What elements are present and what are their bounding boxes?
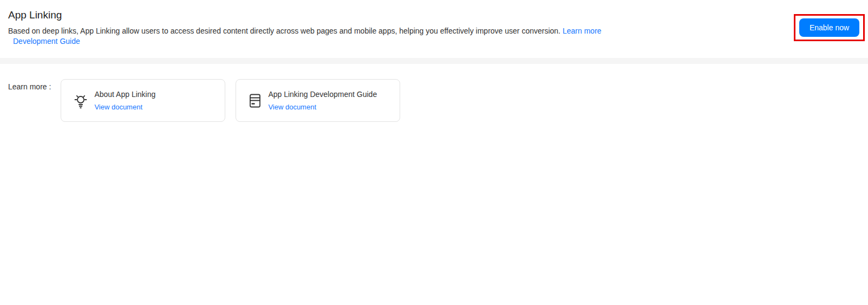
page-description: Based on deep links, App Linking allow u…: [8, 26, 860, 36]
card-body: App Linking Development Guide View docum…: [268, 90, 377, 112]
card-about-app-linking: About App Linking View document: [61, 79, 225, 122]
section-divider: [0, 58, 868, 64]
card-title: About App Linking: [94, 90, 155, 99]
app-linking-page: App Linking Based on deep links, App Lin…: [0, 0, 868, 305]
lightbulb-icon: [74, 93, 88, 109]
page-title: App Linking: [8, 9, 860, 21]
view-document-link[interactable]: View document: [94, 103, 142, 111]
learn-more-section: Learn more : About App Linking View docu…: [0, 64, 868, 122]
enable-now-button[interactable]: Enable now: [799, 18, 859, 37]
annotation-highlight-box: Enable now: [794, 14, 865, 41]
development-guide-link[interactable]: Development Guide: [13, 37, 80, 46]
learn-more-link[interactable]: Learn more: [563, 27, 602, 35]
card-development-guide: App Linking Development Guide View docum…: [236, 79, 400, 122]
learn-more-label: Learn more :: [8, 82, 51, 91]
card-body: About App Linking View document: [94, 90, 155, 112]
page-header: App Linking Based on deep links, App Lin…: [0, 0, 868, 58]
description-text: Based on deep links, App Linking allow u…: [8, 27, 560, 35]
development-guide-line: Development Guide: [8, 36, 860, 47]
document-icon: [249, 93, 262, 108]
view-document-link[interactable]: View document: [268, 103, 316, 111]
card-title: App Linking Development Guide: [268, 90, 377, 99]
